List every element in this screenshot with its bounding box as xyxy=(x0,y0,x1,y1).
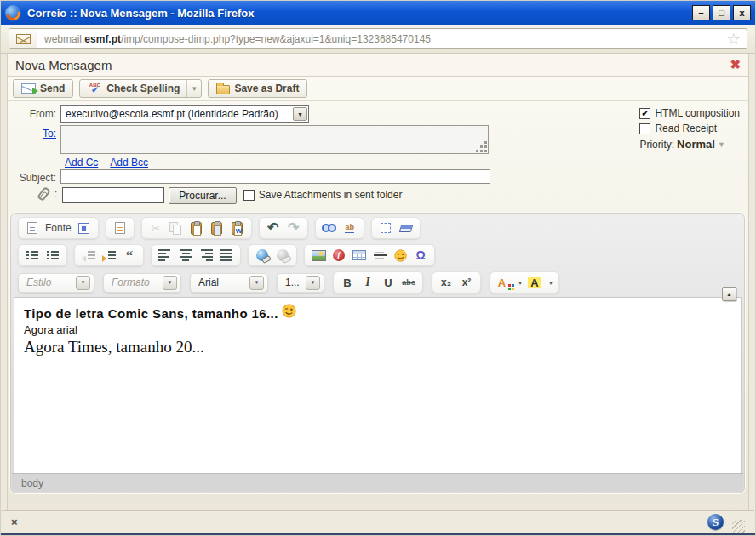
align-left-icon[interactable] xyxy=(158,248,173,263)
insert-flash-icon[interactable]: f xyxy=(331,248,346,263)
remove-link-icon[interactable] xyxy=(275,248,290,263)
preview-group xyxy=(106,217,135,239)
style-dropdown-arrow-icon[interactable]: ▾ xyxy=(76,276,90,290)
paste-icon[interactable] xyxy=(189,221,204,236)
browse-button[interactable]: Procurar... xyxy=(169,187,236,204)
insert-group: f Ω xyxy=(304,244,435,266)
font-dropdown-arrow-icon[interactable]: ▾ xyxy=(249,276,264,290)
replace-icon[interactable]: ab xyxy=(342,221,358,236)
source-icon[interactable] xyxy=(25,221,40,236)
underline-icon[interactable]: U xyxy=(381,276,396,290)
bookmark-star-icon[interactable]: ☆ xyxy=(727,31,741,47)
paste-text-icon[interactable] xyxy=(209,221,225,236)
compose-toolbar: Send ABC ✔ Check Spelling ▾ Save as Draf… xyxy=(8,77,748,101)
outdent-icon[interactable] xyxy=(81,248,96,263)
italic-icon[interactable]: I xyxy=(360,276,375,290)
style-dropdown[interactable]: Estilo ▾ xyxy=(18,273,94,293)
bold-icon[interactable]: B xyxy=(340,276,355,290)
font-dropdown[interactable]: Arial ▾ xyxy=(190,273,268,293)
priority-dropdown-icon[interactable]: ▼ xyxy=(718,140,725,149)
site-identity-box[interactable] xyxy=(9,29,37,48)
text-color-icon[interactable]: A xyxy=(496,276,512,290)
collapse-toolbar-button[interactable]: ▴ xyxy=(722,287,736,301)
wink-smiley-icon xyxy=(282,304,296,318)
content-line-3: Agora Times, tamanho 20... xyxy=(24,338,731,356)
preview-icon[interactable] xyxy=(112,221,128,236)
statusbar-close-icon[interactable]: × xyxy=(11,516,18,528)
add-cc-link[interactable]: Add Cc xyxy=(65,157,98,169)
find-icon[interactable] xyxy=(322,221,337,236)
paste-word-icon[interactable]: W xyxy=(230,221,245,236)
save-attachments-checkbox[interactable] xyxy=(243,190,255,201)
select-all-icon[interactable] xyxy=(378,221,393,236)
minimize-button[interactable]: – xyxy=(692,5,710,20)
add-bcc-link[interactable]: Add Bcc xyxy=(110,157,148,169)
smiley-icon[interactable] xyxy=(392,248,408,263)
element-path-bar: body xyxy=(12,473,743,492)
copy-icon[interactable] xyxy=(169,221,184,236)
redo-icon[interactable]: ↷ xyxy=(286,221,301,236)
html-composition-row: ✔ HTML composition xyxy=(639,107,740,119)
attachment-file-input[interactable] xyxy=(62,187,164,203)
text-color-dropdown-icon[interactable]: ▾ xyxy=(518,279,522,287)
bullet-list-icon[interactable] xyxy=(45,248,60,263)
check-spelling-dropdown[interactable]: ▾ xyxy=(186,80,201,97)
align-center-icon[interactable] xyxy=(178,248,193,263)
insert-link-icon[interactable] xyxy=(255,248,270,263)
superscript-icon[interactable]: x² xyxy=(459,276,474,290)
numbered-list-icon[interactable] xyxy=(25,248,40,263)
firefox-icon xyxy=(5,5,21,21)
html-composition-checkbox[interactable]: ✔ xyxy=(639,108,650,119)
maximize-editor-icon[interactable] xyxy=(77,221,92,236)
form-divider xyxy=(8,208,748,208)
priority-value[interactable]: Normal xyxy=(677,138,715,151)
horizontal-rule-icon[interactable] xyxy=(372,248,387,263)
maximize-button[interactable]: □ xyxy=(713,5,730,20)
cc-bcc-row: Add Cc Add Bcc xyxy=(65,157,748,169)
format-dropdown[interactable]: Formato ▾ xyxy=(103,273,181,293)
format-dropdown-arrow-icon[interactable]: ▾ xyxy=(163,276,177,290)
strikethrough-icon[interactable]: abc xyxy=(401,276,416,290)
resize-grip-icon[interactable] xyxy=(732,520,745,533)
clipboard-group: ✂ W xyxy=(141,217,252,239)
cut-icon[interactable]: ✂ xyxy=(148,221,163,236)
save-draft-button[interactable]: Save as Draft xyxy=(208,79,307,98)
source-label[interactable]: Fonte xyxy=(45,222,72,234)
element-path-body[interactable]: body xyxy=(21,477,43,489)
size-dropdown-arrow-icon[interactable]: ▾ xyxy=(306,276,320,290)
bg-color-dropdown-icon[interactable]: ▾ xyxy=(549,279,553,287)
folder-icon xyxy=(216,85,230,94)
undo-icon[interactable]: ↶ xyxy=(266,221,281,236)
close-compose-icon[interactable]: ✖ xyxy=(730,57,741,72)
align-justify-icon[interactable] xyxy=(219,248,234,263)
from-select[interactable]: executivo@escola.esmf.pt (Identidade Pad… xyxy=(60,105,309,123)
address-field[interactable]: webmail.esmf.pt/imp/compose-dimp.php?typ… xyxy=(9,28,747,49)
to-input[interactable] xyxy=(60,125,489,154)
subject-input[interactable] xyxy=(60,169,490,184)
extension-logo-icon[interactable]: S xyxy=(707,514,724,530)
window-controls: – □ x xyxy=(692,5,751,20)
remove-format-icon[interactable] xyxy=(398,221,414,236)
editor-content-area[interactable]: Tipo de letra Comic Sans, tamanho 16... … xyxy=(14,297,742,473)
resize-handle-icon[interactable] xyxy=(484,150,487,152)
subscript-icon[interactable]: x₂ xyxy=(438,276,454,290)
read-receipt-checkbox[interactable] xyxy=(639,123,650,134)
align-right-icon[interactable] xyxy=(198,248,214,263)
editor-toolbar-row1: Fonte ✂ W ↶ ↷ xyxy=(11,214,744,241)
send-button[interactable]: Send xyxy=(13,79,73,98)
insert-table-icon[interactable] xyxy=(352,248,367,263)
from-select-arrow-icon[interactable]: ▼ xyxy=(293,107,307,121)
insert-image-icon[interactable] xyxy=(311,248,326,263)
check-spelling-button[interactable]: ABC ✔ Check Spelling ▾ xyxy=(79,79,202,98)
blockquote-icon[interactable]: “ xyxy=(122,248,137,263)
size-dropdown[interactable]: 1... ▾ xyxy=(277,273,324,293)
close-button[interactable]: x xyxy=(733,5,751,20)
indent-icon[interactable] xyxy=(101,248,117,263)
url-bar: webmail.esmf.pt/imp/compose-dimp.php?typ… xyxy=(1,25,755,54)
to-row: To: xyxy=(8,125,748,154)
bg-color-icon[interactable]: A xyxy=(527,276,542,290)
compose-form: From: executivo@escola.esmf.pt (Identida… xyxy=(8,101,748,208)
to-link[interactable]: To: xyxy=(43,128,56,140)
special-char-icon[interactable]: Ω xyxy=(413,248,428,263)
url-prefix: webmail. xyxy=(44,33,84,45)
